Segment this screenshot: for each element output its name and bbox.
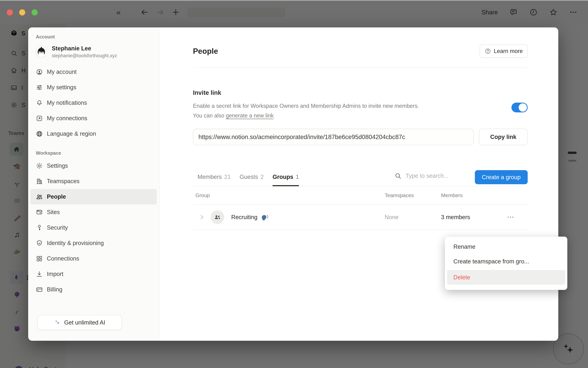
sidebar-item-import[interactable]: Import — [28, 266, 156, 282]
sidebar-item-my-notifications[interactable]: My notifications — [28, 95, 156, 110]
page-title: People — [193, 47, 218, 55]
invite-link-description: Enable a secret link for Workspace Owner… — [193, 102, 420, 110]
sidebar-item-label: Billing — [47, 286, 62, 293]
generate-new-link[interactable]: generate a new link — [226, 112, 274, 119]
account-section-label: Account — [36, 34, 159, 40]
ellipsis-icon — [506, 213, 514, 221]
window-top-edge — [0, 0, 588, 1]
sidebar-item-label: My settings — [47, 84, 76, 91]
right-edge-handle-dark[interactable] — [568, 152, 577, 154]
menu-item-create-teamspace[interactable]: Create teamspace from gro... — [445, 254, 567, 269]
sidebar-item-label: Teamspaces — [47, 178, 80, 184]
group-avatar — [211, 211, 224, 224]
create-group-button[interactable]: Create a group — [475, 170, 528, 184]
sidebar-item-label: Import — [47, 271, 63, 277]
avatar — [35, 46, 47, 58]
sidebar-item-language-region[interactable]: Language & region — [28, 126, 156, 141]
group-teamspaces-value: None — [385, 214, 441, 221]
sidebar-item-people[interactable]: People — [30, 189, 157, 204]
invite-link-heading: Invite link — [193, 89, 528, 96]
settings-sidebar: Account Stephanie Lee stephanie@toolsfor… — [28, 28, 160, 341]
generate-link-line: You can also generate a new link — [193, 112, 420, 119]
sidebar-item-label: People — [47, 193, 66, 200]
invite-link-input[interactable] — [193, 129, 474, 145]
search-input[interactable] — [406, 173, 485, 179]
learn-more-label: Learn more — [494, 48, 523, 54]
credit-card-icon — [36, 286, 43, 293]
key-icon — [36, 224, 43, 231]
zoom-window-button[interactable] — [32, 9, 38, 16]
people-tabs: Members21 Guests2 Groups1 — [198, 174, 299, 186]
search-icon — [394, 172, 402, 179]
grid-icon — [36, 255, 43, 262]
sidebar-item-label: Settings — [47, 163, 68, 169]
tab-members[interactable]: Members21 — [198, 174, 231, 186]
sidebar-item-label: My notifications — [47, 100, 87, 106]
sidebar-item-sites[interactable]: Sites — [28, 204, 156, 220]
chevron-right-icon[interactable] — [198, 214, 205, 221]
copy-link-button[interactable]: Copy link — [479, 129, 528, 145]
sidebar-item-label: My connections — [47, 115, 87, 122]
sidebar-item-label: Security — [47, 224, 68, 231]
group-table-header: Group Teamspaces Members — [193, 186, 528, 205]
sidebar-item-label: Sites — [47, 209, 60, 215]
sliders-icon — [36, 84, 43, 91]
column-teamspaces: Teamspaces — [385, 192, 441, 198]
sidebar-item-my-connections[interactable]: My connections — [28, 110, 156, 126]
group-row-recruiting[interactable]: Recruiting None 3 members — [193, 205, 528, 230]
settings-main-panel: People Learn more Invite link Enable a s… — [160, 28, 558, 341]
toggle-knob — [519, 103, 527, 112]
screen: « Share — [0, 0, 588, 368]
settings-dialog: Account Stephanie Lee stephanie@toolsfor… — [28, 28, 558, 341]
tab-groups[interactable]: Groups1 — [273, 174, 299, 186]
learn-more-button[interactable]: Learn more — [480, 45, 528, 58]
arrow-up-right-box-icon — [36, 115, 43, 122]
sidebar-item-my-settings[interactable]: My settings — [28, 80, 156, 95]
user-email: stephanie@toolsforthought.xyz — [52, 53, 117, 58]
user-name: Stephanie Lee — [52, 45, 117, 52]
ai-button-label: Get unlimited AI — [64, 319, 105, 326]
sidebar-item-label: Language & region — [47, 130, 96, 137]
traffic-lights — [7, 9, 38, 16]
globe-icon — [36, 130, 43, 137]
group-row-menu-button[interactable] — [506, 213, 515, 221]
speaking-head-emoji — [260, 213, 269, 221]
shield-check-icon — [36, 240, 43, 247]
sparkles-icon — [54, 319, 61, 326]
invite-link-toggle[interactable] — [511, 103, 528, 112]
account-user[interactable]: Stephanie Lee stephanie@toolsforthought.… — [28, 42, 159, 62]
right-edge-handle-light — [568, 160, 576, 162]
question-circle-icon — [485, 48, 491, 54]
get-unlimited-ai-button[interactable]: Get unlimited AI — [37, 315, 122, 330]
sidebar-item-connections[interactable]: Connections — [28, 251, 156, 266]
bell-icon — [36, 99, 43, 106]
building-icon — [36, 178, 43, 185]
close-window-button[interactable] — [7, 9, 13, 16]
menu-item-rename[interactable]: Rename — [445, 239, 567, 254]
column-members: Members — [441, 192, 502, 198]
workspace-section-label: Workspace — [36, 150, 159, 156]
sidebar-item-my-account[interactable]: My account — [28, 64, 156, 80]
group-name: Recruiting — [231, 214, 257, 221]
header-divider — [193, 67, 528, 68]
person-circle-icon — [36, 68, 43, 75]
import-download-icon — [36, 271, 43, 278]
group-context-menu: Rename Create teamspace from gro... Dele… — [445, 237, 567, 290]
sidebar-item-settings[interactable]: Settings — [28, 158, 156, 174]
group-search — [394, 172, 485, 179]
sidebar-item-label: Identity & provisioning — [47, 240, 104, 246]
minimize-window-button[interactable] — [19, 9, 25, 16]
column-group: Group — [195, 192, 385, 198]
tab-guests[interactable]: Guests2 — [240, 174, 264, 186]
browser-window-cursor-icon — [36, 209, 43, 216]
sidebar-item-security[interactable]: Security — [28, 220, 156, 235]
sidebar-item-label: My account — [47, 69, 77, 75]
menu-item-delete[interactable]: Delete — [447, 270, 565, 285]
sidebar-item-identity-provisioning[interactable]: Identity & provisioning — [28, 235, 156, 251]
group-members-value: 3 members — [441, 214, 502, 221]
sidebar-item-teamspaces[interactable]: Teamspaces — [28, 174, 156, 189]
people-icon — [36, 193, 43, 200]
sidebar-item-label: Connections — [47, 255, 79, 262]
sidebar-item-billing[interactable]: Billing — [28, 282, 156, 297]
gear-icon — [36, 162, 43, 169]
